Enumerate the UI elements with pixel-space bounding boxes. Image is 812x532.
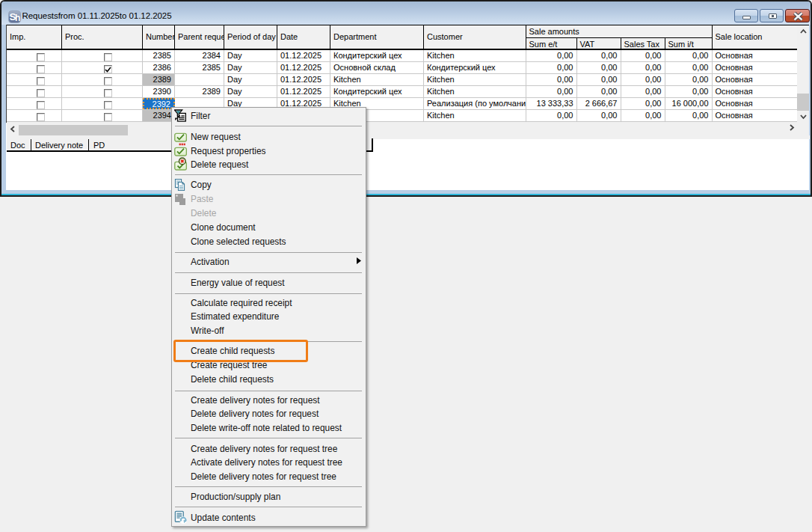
svg-text:h: h (15, 13, 20, 23)
